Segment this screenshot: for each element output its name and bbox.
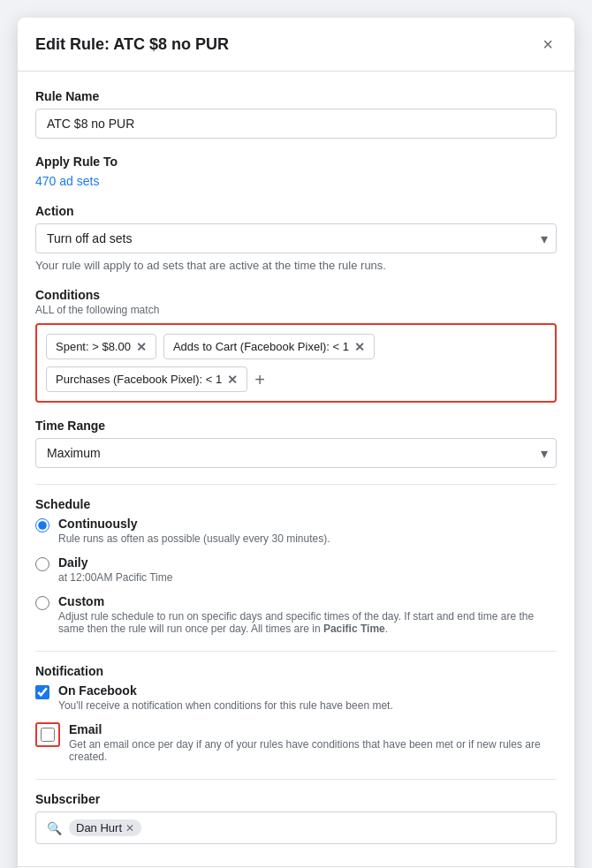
notification-checkbox-email[interactable] <box>41 728 55 742</box>
condition-chip-spent: Spent: > $8.00 ✕ <box>46 334 156 359</box>
schedule-desc-daily: at 12:00AM Pacific Time <box>58 571 172 584</box>
rule-name-input[interactable] <box>35 109 557 139</box>
schedule-content-daily: Daily at 12:00AM Pacific Time <box>58 555 172 584</box>
time-range-select-wrapper: Maximum Today Yesterday Last 7 days Last… <box>35 438 557 468</box>
conditions-label: Conditions <box>35 288 557 302</box>
subscriber-name: Dan Hurt <box>76 821 122 834</box>
action-select-wrapper: Turn off ad sets Turn on ad sets Pause a… <box>35 223 557 253</box>
notification-checkbox-facebook[interactable] <box>35 685 49 699</box>
action-select[interactable]: Turn off ad sets Turn on ad sets Pause a… <box>35 223 557 253</box>
schedule-radio-continuously[interactable] <box>35 518 49 532</box>
apply-rule-section: Apply Rule To 470 ad sets <box>35 155 557 188</box>
schedule-desc-continuously: Rule runs as often as possible (usually … <box>58 532 330 545</box>
notif-desc-facebook: You'll receive a notification when condi… <box>58 699 393 712</box>
conditions-box: Spent: > $8.00 ✕ Adds to Cart (Facebook … <box>35 323 557 403</box>
subscriber-section: Subscriber 🔍 Dan Hurt ✕ <box>35 792 557 844</box>
remove-spent-button[interactable]: ✕ <box>136 341 147 353</box>
schedule-option-continuously: Continuously Rule runs as often as possi… <box>35 517 557 545</box>
notif-desc-email: Get an email once per day if any of your… <box>69 738 557 763</box>
notif-label-facebook: On Facebook <box>58 683 393 698</box>
apply-rule-link[interactable]: 470 ad sets <box>35 174 99 188</box>
schedule-desc-custom: Adjust rule schedule to run on specific … <box>58 610 557 635</box>
time-range-section: Time Range Maximum Today Yesterday Last … <box>35 419 557 468</box>
notification-content-facebook: On Facebook You'll receive a notificatio… <box>58 683 393 712</box>
pacific-time-bold: Pacific Time <box>323 623 385 635</box>
email-checkbox-highlight <box>35 722 60 747</box>
notification-item-email: Email Get an email once per day if any o… <box>35 722 557 763</box>
action-section: Action Turn off ad sets Turn on ad sets … <box>35 204 557 272</box>
notification-content-email: Email Get an email once per day if any o… <box>69 722 557 763</box>
condition-chip-adds-to-cart: Adds to Cart (Facebook Pixel): < 1 ✕ <box>163 334 375 359</box>
schedule-radio-custom[interactable] <box>35 596 49 610</box>
notification-section: Notification On Facebook You'll receive … <box>35 664 557 763</box>
notification-label: Notification <box>35 664 557 678</box>
chip-text-spent: Spent: > $8.00 <box>56 340 131 353</box>
rule-name-label: Rule Name <box>35 89 557 103</box>
modal-body: Rule Name Apply Rule To 470 ad sets Acti… <box>18 72 574 866</box>
schedule-label-daily: Daily <box>58 555 172 570</box>
subscriber-tag-dan-hurt: Dan Hurt ✕ <box>69 819 141 836</box>
notification-item-facebook: On Facebook You'll receive a notificatio… <box>35 683 557 712</box>
remove-subscriber-button[interactable]: ✕ <box>125 822 134 834</box>
remove-adds-to-cart-button[interactable]: ✕ <box>354 341 365 353</box>
time-range-select[interactable]: Maximum Today Yesterday Last 7 days Last… <box>35 438 557 468</box>
add-condition-button[interactable]: + <box>254 371 265 389</box>
subscriber-label: Subscriber <box>35 792 557 806</box>
notif-label-email: Email <box>69 722 557 736</box>
divider-subscriber <box>35 779 557 780</box>
modal-header: Edit Rule: ATC $8 no PUR × <box>18 18 574 72</box>
subscriber-box: 🔍 Dan Hurt ✕ <box>35 811 557 844</box>
schedule-radio-daily[interactable] <box>35 557 49 571</box>
schedule-option-custom: Custom Adjust rule schedule to run on sp… <box>35 594 557 635</box>
search-icon: 🔍 <box>47 821 62 835</box>
remove-purchases-button[interactable]: ✕ <box>227 374 238 386</box>
divider-schedule <box>35 484 557 485</box>
action-info: Your rule will apply to ad sets that are… <box>35 259 557 272</box>
schedule-section: Schedule Continuously Rule runs as often… <box>35 497 557 635</box>
schedule-content-continuously: Continuously Rule runs as often as possi… <box>58 517 330 545</box>
conditions-section: Conditions ALL of the following match Sp… <box>35 288 557 403</box>
apply-rule-label: Apply Rule To <box>35 155 557 169</box>
chip-text-adds-to-cart: Adds to Cart (Facebook Pixel): < 1 <box>173 340 349 353</box>
schedule-label-custom: Custom <box>58 594 557 608</box>
edit-rule-modal: Edit Rule: ATC $8 no PUR × Rule Name App… <box>18 18 574 868</box>
action-label: Action <box>35 204 557 218</box>
time-range-label: Time Range <box>35 419 557 433</box>
chip-text-purchases: Purchases (Facebook Pixel): < 1 <box>56 373 222 386</box>
close-button[interactable]: × <box>539 32 557 57</box>
rule-name-section: Rule Name <box>35 89 557 139</box>
condition-chip-purchases: Purchases (Facebook Pixel): < 1 ✕ <box>46 366 247 392</box>
modal-title: Edit Rule: ATC $8 no PUR <box>35 35 229 54</box>
schedule-content-custom: Custom Adjust rule schedule to run on sp… <box>58 594 557 635</box>
conditions-sublabel: ALL of the following match <box>35 304 557 316</box>
schedule-label-continuously: Continuously <box>58 517 330 531</box>
divider-notification <box>35 651 557 652</box>
schedule-option-daily: Daily at 12:00AM Pacific Time <box>35 555 557 584</box>
schedule-label: Schedule <box>35 497 557 511</box>
